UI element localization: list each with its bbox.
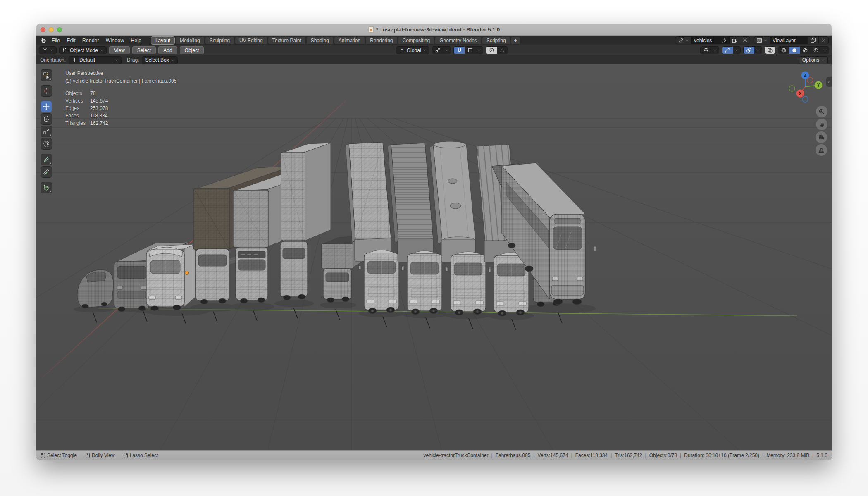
show-gizmos-toggle[interactable]: [722, 47, 733, 54]
wireframe-sphere-icon: [781, 48, 787, 53]
tab-shading[interactable]: Shading: [307, 37, 333, 44]
add-menu-button[interactable]: Add: [158, 46, 177, 54]
show-overlays-toggle[interactable]: [744, 47, 754, 54]
workspace-tabs: Layout Modeling Sculpting UV Editing Tex…: [151, 37, 520, 44]
transform-orientation-dropdown[interactable]: Global: [396, 46, 430, 54]
tool-move[interactable]: [41, 101, 52, 112]
view-layer-remove-button[interactable]: [819, 37, 828, 44]
camera-view-button[interactable]: [816, 131, 827, 143]
menu-edit[interactable]: Edit: [63, 37, 79, 44]
tool-cursor[interactable]: [41, 85, 52, 97]
pan-view-button[interactable]: [816, 119, 827, 130]
menu-window[interactable]: Window: [103, 37, 127, 44]
drag-label: Drag:: [127, 57, 139, 63]
tool-add-cube[interactable]: [41, 182, 52, 193]
status-objects: Objects:0/78: [649, 453, 684, 458]
chevron-down-icon[interactable]: [475, 47, 483, 54]
scene-selector: vehicles: [675, 36, 750, 44]
window-controls: [41, 27, 62, 32]
tab-animation[interactable]: Animation: [334, 37, 365, 44]
pivot-point-dropdown[interactable]: [432, 46, 451, 54]
snap-settings-dropdown[interactable]: [465, 47, 475, 54]
tab-geometry-nodes[interactable]: Geometry Nodes: [435, 37, 481, 44]
editor-type-selector[interactable]: [39, 46, 57, 54]
tool-rotate[interactable]: [41, 113, 52, 125]
scene-unlink-button[interactable]: [740, 37, 750, 44]
scene-name-field[interactable]: vehicles: [692, 37, 730, 44]
proportional-falloff-dropdown[interactable]: [497, 47, 508, 54]
view-layer-new-button[interactable]: [808, 37, 819, 44]
axis-z-label: Z: [804, 73, 806, 78]
proportional-editing-group: [486, 46, 508, 54]
orientation-axes-icon: [399, 48, 405, 53]
tab-uv-editing[interactable]: UV Editing: [235, 37, 267, 44]
show-object-types-dropdown[interactable]: [700, 46, 719, 54]
tool-select-box[interactable]: [41, 69, 52, 81]
view-menu-button[interactable]: View: [109, 46, 130, 54]
pin-icon[interactable]: [722, 38, 727, 43]
overlays-dropdown[interactable]: [754, 47, 762, 54]
select-menu-button[interactable]: Select: [132, 46, 156, 54]
drag-dropdown[interactable]: Select Box: [142, 56, 177, 64]
minimize-window-button[interactable]: [49, 27, 54, 32]
object-menu-button[interactable]: Object: [180, 46, 204, 54]
tab-sculpting[interactable]: Sculpting: [205, 37, 234, 44]
shading-rendered-button[interactable]: [811, 47, 821, 54]
gizmos-dropdown[interactable]: [733, 47, 740, 54]
mode-dropdown[interactable]: Object Mode: [59, 46, 107, 54]
title-bar[interactable]: * _usc-plat-for-new-3d-view.blend - Blen…: [36, 24, 832, 36]
axis-neg-z-handle[interactable]: [802, 96, 808, 102]
shading-solid-button[interactable]: [789, 47, 800, 54]
tool-shelf: [41, 69, 52, 193]
options-dropdown[interactable]: Options: [799, 56, 828, 64]
tool-annotate[interactable]: [41, 154, 52, 165]
chevron-down-icon: [423, 49, 426, 51]
tool-measure[interactable]: [41, 166, 52, 178]
shading-dropdown[interactable]: [821, 47, 829, 54]
axis-neg-x-handle[interactable]: [807, 77, 813, 83]
scene-browse-button[interactable]: [675, 37, 692, 44]
menu-file[interactable]: File: [48, 37, 63, 44]
tab-texture-paint[interactable]: Texture Paint: [268, 37, 305, 44]
tab-compositing[interactable]: Compositing: [398, 37, 434, 44]
viewport-header: Object Mode View Select Add Object Globa…: [36, 45, 832, 55]
sidebar-collapse-arrow[interactable]: ‹: [826, 77, 832, 87]
window-title-area: * _usc-plat-for-new-3d-view.blend - Blen…: [36, 26, 832, 33]
tab-layout[interactable]: Layout: [151, 37, 174, 44]
view-layer-name-field[interactable]: ViewLayer: [770, 37, 808, 44]
close-window-button[interactable]: [41, 27, 45, 32]
tool-transform[interactable]: [41, 138, 52, 150]
snap-target-icon: [467, 48, 473, 53]
tab-modeling[interactable]: Modeling: [176, 37, 204, 44]
zoom-window-button[interactable]: [57, 27, 62, 32]
tool-scale[interactable]: [41, 126, 52, 137]
axis-neg-y-handle[interactable]: [789, 86, 795, 91]
shading-wireframe-button[interactable]: [778, 47, 789, 54]
chevron-down-icon: [115, 59, 118, 61]
viewport-3d[interactable]: User Perspective (2) vehicle-tractorTruc…: [36, 64, 832, 450]
xray-toggle[interactable]: [765, 46, 775, 54]
chevron-down-icon: [100, 49, 103, 51]
zoom-view-button[interactable]: [816, 106, 827, 117]
material-sphere-icon: [802, 48, 808, 53]
stat-value: 162,742: [90, 120, 108, 126]
status-memory: Memory: 233.8 MiB: [766, 453, 816, 458]
navigation-gizmo[interactable]: Z Y X: [788, 68, 829, 106]
snap-toggle-button[interactable]: [454, 47, 465, 54]
view-layer-browse-button[interactable]: [754, 37, 770, 44]
toggle-perspective-button[interactable]: [816, 144, 827, 156]
tab-scripting[interactable]: Scripting: [482, 37, 510, 44]
blender-logo-icon[interactable]: [39, 37, 47, 44]
scene-new-button[interactable]: [730, 37, 740, 44]
proportional-editing-toggle[interactable]: [486, 47, 497, 54]
chevron-down-icon: [171, 59, 174, 61]
viewport-text-overlay: User Perspective (2) vehicle-tractorTruc…: [65, 70, 176, 127]
menu-render[interactable]: Render: [79, 37, 103, 44]
add-workspace-button[interactable]: +: [511, 37, 520, 44]
orientation-axes-icon: [72, 57, 77, 63]
mode-label: Object Mode: [70, 48, 98, 53]
orientation-dropdown[interactable]: Default: [69, 56, 122, 64]
shading-material-button[interactable]: [800, 47, 811, 54]
tab-rendering[interactable]: Rendering: [366, 37, 397, 44]
menu-help[interactable]: Help: [127, 37, 145, 44]
